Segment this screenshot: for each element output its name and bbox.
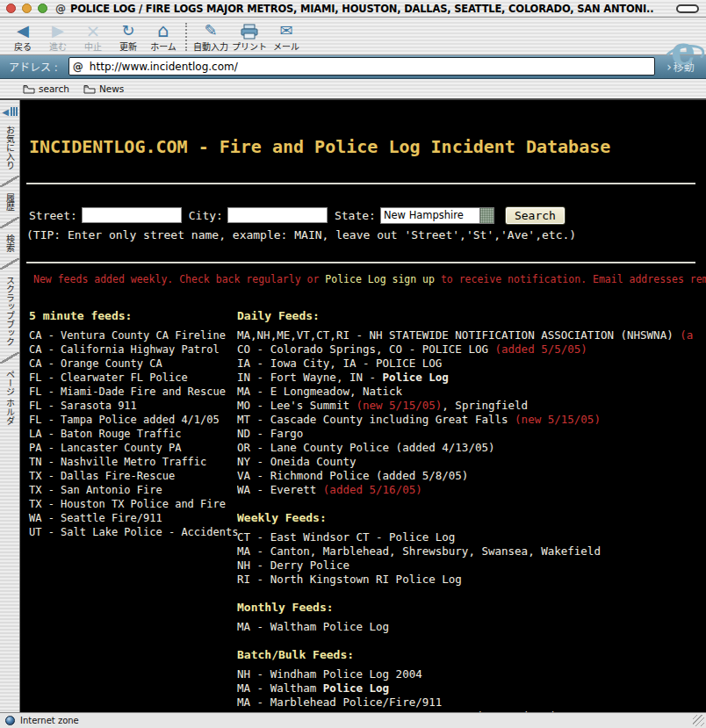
- city-input[interactable]: [227, 207, 328, 223]
- feed-text: IA - Iowa City, IA - POLICE LOG: [237, 357, 442, 370]
- feed-item: TN - Nashville Metro Traffic: [29, 455, 241, 469]
- city-label: City:: [189, 209, 223, 222]
- status-text: Internet zone: [20, 716, 693, 725]
- weekly-feeds-heading: Weekly Feeds:: [237, 511, 706, 525]
- close-window-button[interactable]: [6, 4, 16, 13]
- tab-search[interactable]: 検索: [4, 228, 17, 258]
- feed-text: Police Log: [323, 681, 389, 695]
- weekly-feeds-list: CT - East Windsor CT - Police LogMA - Ca…: [237, 530, 706, 587]
- feeds-column: Daily Feeds: MA,NH,ME,VT,CT,RI - NH STAT…: [237, 309, 706, 713]
- collapse-window-button[interactable]: [676, 4, 699, 13]
- tab-page-holder[interactable]: ページ ホルダ: [4, 364, 17, 431]
- refresh-icon: ↻: [112, 20, 144, 41]
- stop-icon: ×: [77, 20, 109, 41]
- feed-text: (a: [680, 328, 693, 342]
- feed-text: to receive notification. Email addresses…: [435, 273, 706, 285]
- window-title: POLICE LOG / FIRE LOGS MAJOR METROS, MIA…: [70, 3, 671, 15]
- feed-item: RI - North Kingstown RI Police Log: [237, 573, 706, 587]
- feed-text: (added 5/5/05): [495, 342, 587, 356]
- feed-item: MT - Cascade County including Great Fall…: [237, 413, 706, 427]
- feed-text: MO - Lee's Summit: [237, 399, 356, 412]
- search-button[interactable]: Search: [505, 206, 566, 225]
- collapse-arrow-icon: ◀: [2, 107, 9, 117]
- feed-item: FL - Sarasota 911: [29, 399, 241, 413]
- home-button[interactable]: ⌂ ホーム: [146, 20, 181, 53]
- feed-item: TX - Houston TX Police and Fire: [29, 497, 241, 511]
- refresh-button[interactable]: ↻ 更新: [111, 20, 146, 53]
- page-favicon-icon: @: [55, 3, 66, 15]
- feed-text: NH - Windham Police Log 2004: [237, 667, 422, 681]
- url-favicon-icon: @: [73, 61, 83, 73]
- address-field[interactable]: @: [68, 57, 655, 76]
- back-button[interactable]: ◀ 戻る: [5, 20, 40, 53]
- autofill-button[interactable]: ✎ 自動入力: [191, 20, 230, 53]
- minimize-window-button[interactable]: [22, 4, 32, 13]
- feed-item: NH - Derry Police: [237, 559, 706, 573]
- printer-icon: [232, 20, 267, 41]
- new-feeds-notice: New feeds added weekly. Check back regul…: [33, 273, 706, 285]
- home-icon: ⌂: [148, 20, 179, 41]
- feed-item: NY - Oneida County: [237, 455, 706, 469]
- feed-text: MT - Cascade County including Great Fall…: [237, 413, 515, 426]
- address-input[interactable]: [88, 59, 651, 74]
- state-selected-value: New Hampshire: [381, 209, 479, 221]
- forward-button[interactable]: ▶ 進む: [40, 20, 76, 53]
- feed-text: TX - Dallas Fire-Rescue: [29, 470, 175, 482]
- window-title-bar: @ POLICE LOG / FIRE LOGS MAJOR METROS, M…: [0, 0, 706, 18]
- feed-text: IN - Fort Wayne, IN -: [237, 371, 383, 384]
- feed-item: TX - Dallas Fire-Rescue: [29, 469, 241, 483]
- favorite-news[interactable]: News: [83, 83, 124, 94]
- window-resize-grip[interactable]: [693, 715, 704, 726]
- feed-text: VA - Richmond Police (added 5/8/05): [237, 469, 468, 482]
- feed-text: (added 5/16/05): [323, 483, 422, 496]
- tab-favorites[interactable]: お気に入り: [4, 119, 17, 176]
- feed-text: CA - Ventura County CA Fireline: [29, 329, 226, 342]
- page-title: INCIDENTLOG.COM - Fire and Police Log In…: [29, 136, 610, 157]
- tab-scrapbook[interactable]: スクラップブック: [4, 270, 17, 352]
- feed-text: (new 5/15/05): [356, 399, 442, 412]
- zoom-window-button[interactable]: [38, 4, 47, 13]
- feed-text: CT - East Windsor CT - Police Log: [237, 530, 455, 544]
- feed-item: ND - Fargo: [237, 427, 706, 441]
- feed-item: VA - Richmond Police (added 5/8/05): [237, 469, 706, 483]
- feed-text: New feeds added weekly. Check back regul…: [33, 273, 325, 285]
- batch-feeds-list: NH - Windham Police Log 2004MA - Waltham…: [237, 667, 706, 713]
- feed-text: UT - Salt Lake Police - Accidents: [29, 526, 238, 538]
- search-form: Street: City: State: New Hampshire Searc…: [29, 205, 566, 225]
- feed-item: TX - San Antonio Fire: [29, 483, 241, 497]
- stop-button[interactable]: × 中止: [76, 20, 111, 53]
- weekly-feeds-section: Weekly Feeds: CT - East Windsor CT - Pol…: [237, 511, 706, 587]
- favorites-bar: search News: [0, 79, 706, 100]
- back-icon: ◀: [7, 20, 39, 41]
- address-label: アドレス :: [9, 59, 58, 74]
- street-input[interactable]: [82, 207, 182, 223]
- print-button[interactable]: プリント: [230, 20, 269, 53]
- feed-text: MA - Waltham: [237, 681, 323, 695]
- favorite-search[interactable]: search: [23, 83, 69, 94]
- feed-text: Police Log: [383, 371, 449, 384]
- autofill-pen-icon: ✎: [193, 20, 228, 41]
- feed-item: LA - Baton Rouge Traffic: [29, 427, 241, 441]
- feed-link[interactable]: Police Log sign up: [325, 273, 435, 285]
- feed-text: FL - Tampa Police added 4/1/05: [29, 414, 220, 426]
- state-select[interactable]: New Hampshire: [380, 207, 494, 224]
- tab-history[interactable]: 履歴: [4, 187, 17, 217]
- explorer-bar: ◀ お気に入り 履歴 検索 スクラップブック ページ ホルダ: [0, 100, 20, 713]
- folder-icon: [23, 84, 35, 94]
- tab-separator: [0, 176, 19, 187]
- five-minute-feeds-column: 5 minute feeds: CA - Ventura County CA F…: [29, 309, 241, 539]
- mail-button[interactable]: ✉ メール: [269, 20, 304, 53]
- feed-text: MA - E Longmeadow, Natick: [237, 385, 402, 398]
- monthly-feeds-heading: Monthly Feeds:: [237, 601, 706, 615]
- feed-text: LA - Baton Rouge Traffic: [29, 428, 181, 440]
- feed-item: CO - Colorado Springs, CO - POLICE LOG (…: [237, 342, 706, 357]
- select-arrow-icon: [479, 208, 493, 223]
- feed-text: FL - Sarasota 911: [29, 400, 137, 412]
- feed-item: FL - Tampa Police added 4/1/05: [29, 413, 241, 427]
- monthly-feeds-list: MA - Waltham Police Log: [237, 620, 706, 634]
- feed-text: TN - Nashville Metro Traffic: [29, 456, 206, 468]
- collapse-sidebar-button[interactable]: ◀: [2, 104, 18, 119]
- five-minute-feeds-heading: 5 minute feeds:: [29, 309, 241, 323]
- feed-item: MA - Marblehead Police/Fire/911: [237, 696, 706, 710]
- five-minute-feeds-list: CA - Ventura County CA FirelineCA - Cali…: [29, 328, 241, 539]
